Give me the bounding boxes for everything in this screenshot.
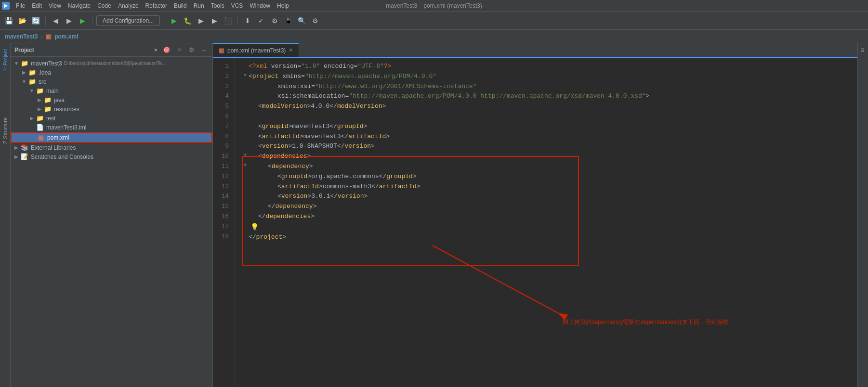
menu-help[interactable]: Help: [274, 1, 292, 10]
tree-label-root: mavenTest3: [31, 60, 62, 67]
debug-button[interactable]: 🐛: [182, 15, 193, 26]
tree-arrow-test: ▶: [28, 116, 36, 121]
code-line-1: <?xml version="1.0" encoding="UTF-8"?>: [242, 62, 854, 72]
code-line-14: <version>3.6.1</version>: [242, 192, 854, 202]
back-button[interactable]: ◀: [50, 15, 61, 26]
code-line-15: </dependency>: [242, 202, 854, 212]
app-icon: ▶: [2, 2, 10, 10]
svg-line-1: [433, 245, 558, 313]
tree-arrow-java: ▶: [36, 97, 43, 103]
sdk-manager-button[interactable]: ⚙: [269, 15, 280, 26]
annotation-text: 网上拷贝的dependency需要在dependencies分支下面，否则报错: [563, 318, 728, 327]
add-configuration-button[interactable]: Add Configuration...: [96, 15, 160, 26]
menu-view[interactable]: View: [45, 1, 65, 10]
search-everywhere-button[interactable]: 🔍: [296, 15, 307, 26]
toolbar-sep-1: [45, 16, 46, 26]
code-line-17: 💡: [242, 222, 854, 232]
menu-window[interactable]: Window: [246, 1, 274, 10]
vcs-update-button[interactable]: ⬇: [242, 15, 253, 26]
panel-collapse-all-icon[interactable]: ≡: [175, 46, 184, 54]
tree-item-resources[interactable]: ▶ 📁 resources: [11, 104, 212, 114]
tree-item-pom[interactable]: ▶ ▦ pom.xml: [11, 132, 212, 143]
tree-item-java[interactable]: ▶ 📁 java: [11, 95, 212, 104]
code-editor[interactable]: 12345 678910 1112131415 161718 <?xml ver…: [213, 58, 857, 387]
menu-run[interactable]: Run: [190, 1, 208, 10]
tree-label-pom: pom.xml: [47, 134, 69, 141]
run-quick-button[interactable]: ▶: [77, 15, 88, 26]
panel-title: Project: [14, 47, 149, 53]
tree-folder-icon-resources: 📁: [43, 105, 52, 113]
tree-item-external-libs[interactable]: ▶ 📚 External Libraries: [11, 143, 212, 152]
tree-item-test[interactable]: ▶ 📁 test: [11, 114, 212, 123]
menu-file[interactable]: File: [13, 1, 28, 10]
settings-button[interactable]: ⚙: [309, 15, 321, 26]
code-line-7: <groupId>mavenTest3</groupId>: [242, 122, 854, 132]
sidebar-tab-project[interactable]: 1: Project: [1, 45, 10, 75]
panel-minimize-icon[interactable]: –: [200, 46, 209, 54]
stop-button[interactable]: ⬛: [222, 15, 234, 26]
tree-label-java: java: [54, 97, 65, 103]
tree-label-iml: mavenTest3.iml: [46, 124, 86, 131]
save-button[interactable]: 💾: [3, 15, 14, 26]
tree-path-root: D:\bak\skydrive\automation\2级\java\maven…: [64, 60, 166, 67]
tree-arrow-main: ▼: [28, 88, 36, 93]
tree-folder-icon-root: 📁: [20, 60, 29, 67]
code-content: <?xml version="1.0" encoding="UTF-8"?> ▼…: [235, 58, 857, 387]
tree-item-root[interactable]: ▼ 📁 mavenTest3 D:\bak\skydrive\automatio…: [11, 59, 212, 68]
run-button[interactable]: ▶: [168, 15, 180, 26]
editor-tab-pom[interactable]: ▦ pom.xml (mavenTest3) ✕: [213, 43, 299, 57]
code-line-13: <artifactId>commons-math3</artifactId>: [242, 182, 854, 192]
tree-item-idea[interactable]: ▶ 📁 .idea: [11, 68, 212, 77]
sync-button[interactable]: 🔄: [30, 15, 41, 26]
menu-tools[interactable]: Tools: [208, 1, 228, 10]
tab-close-button[interactable]: ✕: [289, 47, 293, 53]
tree-arrow-scratches: ▶: [13, 154, 20, 159]
panel-dropdown-arrow[interactable]: ▼: [153, 47, 158, 53]
editor-area: ▦ pom.xml (mavenTest3) ✕ 12345 678910 11…: [213, 43, 857, 387]
menu-edit[interactable]: Edit: [28, 1, 45, 10]
right-sidebar: m: [857, 43, 868, 387]
right-tab-maven[interactable]: m: [859, 45, 867, 55]
coverage-button[interactable]: ▶: [195, 15, 207, 26]
sidebar-tab-structure[interactable]: Z-Structure: [1, 114, 10, 148]
tree-label-ext-libs: External Libraries: [31, 144, 76, 151]
breadcrumb-project[interactable]: mavenTest3: [5, 33, 38, 40]
project-panel: Project ▼ 🎯 ≡ ⚙ – ▼ 📁 mavenTest3 D:\bak\…: [11, 43, 213, 387]
tree-item-iml[interactable]: ▶ 📄 mavenTest3.iml: [11, 123, 212, 132]
tree-label-idea: .idea: [39, 69, 51, 76]
menu-build[interactable]: Build: [171, 1, 190, 10]
menu-refactor[interactable]: Refactor: [142, 1, 171, 10]
menu-code[interactable]: Code: [94, 1, 115, 10]
menu-navigate[interactable]: Navigate: [65, 1, 94, 10]
profile-button[interactable]: ▶: [209, 15, 220, 26]
device-manager-button[interactable]: 📱: [282, 15, 294, 26]
vcs-commit-button[interactable]: ✓: [255, 15, 267, 26]
file-tree: ▼ 📁 mavenTest3 D:\bak\skydrive\automatio…: [11, 57, 212, 387]
code-line-10: ▼ <dependencies>: [242, 152, 854, 162]
tree-item-main[interactable]: ▼ 📁 main: [11, 86, 212, 95]
tree-label-src: src: [39, 78, 46, 85]
tree-folder-icon-test: 📁: [36, 115, 44, 122]
tab-bar: ▦ pom.xml (mavenTest3) ✕: [213, 43, 857, 58]
tree-arrow-ext: ▶: [13, 145, 20, 150]
tree-ext-libs-icon: 📚: [20, 144, 29, 151]
tree-label-main: main: [46, 88, 59, 94]
code-line-16: </dependencies>: [242, 212, 854, 222]
tab-label: pom.xml (mavenTest3): [227, 47, 286, 54]
code-line-5: <modelVersion>4.0.0</modelVersion>: [242, 102, 854, 112]
menu-analyze[interactable]: Analyze: [115, 1, 142, 10]
tree-item-scratches[interactable]: ▶ 📝 Scratches and Consoles: [11, 152, 212, 161]
tree-xml-icon: ▦: [37, 134, 45, 141]
tree-folder-icon-idea: 📁: [28, 69, 37, 76]
warning-icon: 💡: [250, 222, 259, 232]
forward-button[interactable]: ▶: [63, 15, 75, 26]
tree-label-scratches: Scratches and Consoles: [31, 154, 93, 160]
toolbar-sep-3: [164, 16, 164, 26]
panel-settings-icon[interactable]: ⚙: [187, 46, 196, 54]
breadcrumb-file[interactable]: pom.xml: [54, 33, 78, 40]
tree-item-src[interactable]: ▼ 📁 src: [11, 77, 212, 86]
open-button[interactable]: 📂: [16, 15, 28, 26]
panel-scope-icon[interactable]: 🎯: [162, 46, 171, 54]
toolbar-sep-2: [92, 16, 92, 26]
menu-vcs[interactable]: VCS: [228, 1, 247, 10]
